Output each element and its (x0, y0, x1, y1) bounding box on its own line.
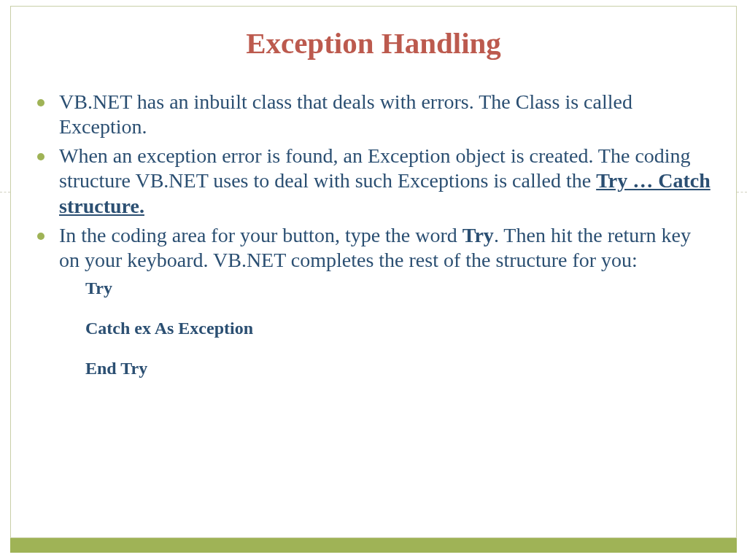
slide-title: Exception Handling (11, 7, 736, 61)
code-line: Catch ex As Exception (85, 317, 714, 340)
bullet-item: VB.NET has an inbuilt class that deals w… (33, 90, 714, 139)
bold-text: Try (462, 224, 494, 246)
decorative-dash (737, 192, 747, 192)
code-line: Try (85, 277, 714, 300)
bullet-item: When an exception error is found, an Exc… (33, 144, 714, 218)
code-block: Try Catch ex As Exception End Try (33, 277, 714, 381)
bullet-text: VB.NET has an inbuilt class that deals w… (59, 90, 632, 138)
slide-frame: Exception Handling VB.NET has an inbuilt… (10, 6, 737, 538)
code-line: End Try (85, 357, 714, 380)
slide-content: VB.NET has an inbuilt class that deals w… (11, 61, 736, 381)
bullet-item: In the coding area for your button, type… (33, 223, 714, 273)
footer-bar (10, 538, 737, 553)
bullet-text: In the coding area for your button, type… (59, 224, 462, 246)
decorative-dash (0, 192, 10, 192)
bullet-list: VB.NET has an inbuilt class that deals w… (33, 90, 714, 273)
